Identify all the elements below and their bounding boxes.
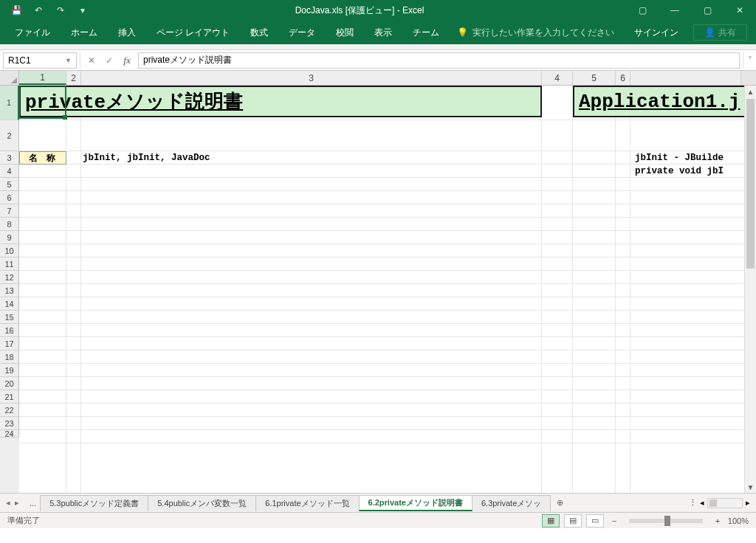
tell-me-box[interactable]: 💡 実行したい作業を入力してください [450, 27, 622, 39]
minimize-button[interactable]: — [659, 0, 691, 21]
row-header-9[interactable]: 9 [0, 231, 19, 244]
row-header-1[interactable]: 1 [0, 86, 19, 120]
row-header-11[interactable]: 11 [0, 257, 19, 271]
sheet-tab-1[interactable]: 5.4publicメンバ変数一覧 [148, 495, 256, 511]
zoom-slider[interactable] [629, 519, 703, 523]
sheet-nav-next-icon[interactable]: ▸ [15, 498, 19, 508]
qat-customize-icon[interactable]: ▾ [72, 1, 93, 19]
row-header-5[interactable]: 5 [0, 178, 19, 191]
col-header-5[interactable]: 5 [573, 71, 616, 85]
redo-icon[interactable]: ↷ [50, 1, 71, 19]
scroll-up-icon[interactable]: ▲ [745, 86, 756, 97]
row-header-7[interactable]: 7 [0, 204, 19, 218]
close-button[interactable]: ✕ [724, 0, 756, 21]
row-header-8[interactable]: 8 [0, 218, 19, 231]
spreadsheet-grid: 1 2 3 4 5 6 1 2 3 4 5 6 7 8 9 10 11 12 1… [0, 71, 756, 493]
window-title: DocJava.xls [保護ビュー] - Excel [93, 4, 626, 17]
hscroll-left-icon[interactable]: ◂ [700, 498, 704, 508]
insert-function-icon[interactable]: fx [119, 52, 135, 69]
cell-r3-right[interactable]: jbInit - JBuilde [635, 153, 724, 163]
row-header-21[interactable]: 21 [0, 390, 19, 404]
row-header-15[interactable]: 15 [0, 311, 19, 324]
sheet-nav-first-icon[interactable]: ◂ [6, 498, 10, 508]
cancel-formula-icon[interactable]: ✕ [83, 52, 100, 69]
ribbon-options-icon[interactable]: ▢ [626, 0, 659, 21]
hscroll-thumb[interactable] [709, 499, 717, 507]
hscroll-right-icon[interactable]: ▸ [746, 498, 750, 508]
vscroll-thumb[interactable] [746, 99, 755, 269]
col-header-4[interactable]: 4 [542, 71, 573, 85]
status-ready: 準備完了 [0, 515, 47, 526]
row-header-14[interactable]: 14 [0, 297, 19, 311]
row-header-19[interactable]: 19 [0, 364, 19, 377]
col-header-1[interactable]: 1 [19, 71, 66, 85]
view-page-break-button[interactable]: ▭ [586, 514, 604, 528]
save-icon[interactable]: 💾 [6, 1, 27, 19]
sheet-tabs-more-icon[interactable]: ⋮ [689, 498, 697, 508]
row-header-22[interactable]: 22 [0, 404, 19, 417]
tab-formulas[interactable]: 数式 [240, 21, 278, 44]
share-button[interactable]: 👤 共有 [693, 24, 747, 41]
tab-home[interactable]: ホーム [61, 21, 108, 44]
name-label-cell[interactable]: 名 称 [19, 151, 66, 165]
col-header-3[interactable]: 3 [81, 71, 542, 85]
cells-area[interactable]: privateメソッド説明書 Application1.j 名 称 jbInit… [19, 86, 756, 493]
row-header-18[interactable]: 18 [0, 350, 19, 364]
scroll-down-icon[interactable]: ▼ [745, 481, 756, 493]
formula-bar: R1C1 ▼ ✕ ✓ fx privateメソッド説明書 ˅ [0, 50, 756, 71]
chevron-down-icon[interactable]: ▼ [65, 57, 72, 64]
maximize-button[interactable]: ▢ [691, 0, 724, 21]
sign-in-link[interactable]: サインイン [624, 27, 689, 39]
undo-icon[interactable]: ↶ [28, 1, 49, 19]
zoom-percent[interactable]: 100% [728, 516, 749, 525]
view-normal-button[interactable]: ▦ [542, 514, 560, 528]
enter-formula-icon[interactable]: ✓ [101, 52, 117, 69]
row-header-24[interactable]: 24 [0, 430, 19, 437]
row-header-16[interactable]: 16 [0, 324, 19, 337]
tab-insert[interactable]: 挿入 [108, 21, 146, 44]
sheet-tabs-ellipsis[interactable]: ... [25, 499, 41, 508]
horizontal-scrollbar[interactable] [707, 498, 743, 508]
share-label: 共有 [718, 27, 736, 39]
row-header-12[interactable]: 12 [0, 271, 19, 284]
row-header-20[interactable]: 20 [0, 377, 19, 390]
row-header-4[interactable]: 4 [0, 165, 19, 178]
select-all-corner[interactable] [0, 71, 19, 85]
cell-r3c3[interactable]: jbInit, jbInit, JavaDoc [83, 153, 210, 163]
formula-input[interactable]: privateメソッド説明書 [138, 52, 740, 69]
view-page-layout-button[interactable]: ▤ [564, 514, 582, 528]
col-header-6[interactable]: 6 [616, 71, 630, 85]
sheet-tab-2[interactable]: 6.1privateメソッド一覧 [255, 495, 359, 511]
title-cell-right[interactable]: Application1.j [573, 86, 756, 117]
row-header-10[interactable]: 10 [0, 244, 19, 257]
sheet-tab-4[interactable]: 6.3privateメソッ [472, 495, 551, 511]
tab-data[interactable]: データ [278, 21, 326, 44]
tab-team[interactable]: チーム [402, 21, 450, 44]
row-header-13[interactable]: 13 [0, 284, 19, 297]
tab-view[interactable]: 表示 [364, 21, 402, 44]
name-box[interactable]: R1C1 ▼ [3, 52, 77, 69]
tab-page-layout[interactable]: ページ レイアウト [146, 21, 240, 44]
row-header-2[interactable]: 2 [0, 120, 19, 151]
title-cell-left[interactable]: privateメソッド説明書 [19, 86, 542, 117]
new-sheet-button[interactable]: ⊕ [551, 498, 568, 508]
vertical-scrollbar[interactable]: ▲ ▼ [744, 86, 756, 493]
zoom-out-button[interactable]: − [608, 516, 620, 525]
expand-formula-bar-icon[interactable]: ˅ [743, 52, 756, 69]
sheet-tab-3[interactable]: 6.2privateメソッド説明書 [359, 495, 472, 511]
status-bar: 準備完了 ▦ ▤ ▭ − + 100% [0, 512, 756, 528]
name-box-value: R1C1 [8, 55, 31, 66]
tab-review[interactable]: 校閲 [326, 21, 364, 44]
row-header-23[interactable]: 23 [0, 417, 19, 430]
row-header-6[interactable]: 6 [0, 191, 19, 204]
zoom-slider-knob[interactable] [664, 516, 670, 526]
zoom-in-button[interactable]: + [712, 516, 724, 525]
tab-file[interactable]: ファイル [4, 21, 61, 44]
row-header-17[interactable]: 17 [0, 337, 19, 350]
row-header-3[interactable]: 3 [0, 151, 19, 165]
sheet-tab-0[interactable]: 5.3publicメソッド定義書 [40, 495, 148, 511]
col-header-rest[interactable] [630, 71, 741, 85]
cell-r4-right[interactable]: private void jbI [635, 166, 724, 176]
column-headers: 1 2 3 4 5 6 [0, 71, 756, 86]
col-header-2[interactable]: 2 [66, 71, 81, 85]
